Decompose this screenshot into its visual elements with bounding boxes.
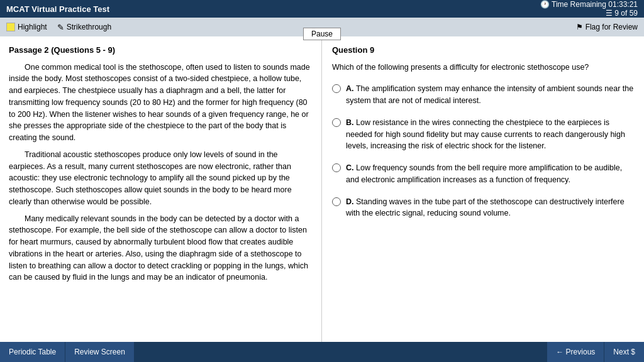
option-a-letter: A. <box>346 84 356 93</box>
question-panel: Question 9 Which of the following presen… <box>322 36 644 342</box>
app-title: MCAT Virtual Practice Test <box>6 4 109 14</box>
footer: Periodic Table Review Screen ← Previous … <box>0 342 644 362</box>
passage-para-2: Traditional acoustic stethoscopes produc… <box>9 149 313 208</box>
option-b-text: B. Low resistance in the wires connectin… <box>346 117 634 152</box>
timer-label: Time Remaining <box>552 0 608 9</box>
strikethrough-tool[interactable]: ✎ Strikethrough <box>57 23 111 32</box>
answer-option-d[interactable]: D. Standing waves in the tube part of th… <box>332 196 634 220</box>
highlight-color-box <box>6 23 15 31</box>
flag-review-tool[interactable]: ⚑ Flag for Review <box>576 23 638 31</box>
option-c-letter: C. <box>346 163 356 172</box>
radio-b[interactable] <box>332 118 341 127</box>
top-bar: MCAT Virtual Practice Test 🕐 Time Remain… <box>0 0 644 18</box>
next-button[interactable]: Next $ <box>604 342 644 362</box>
passage-panel: Passage 2 (Questions 5 - 9) One common m… <box>0 36 322 342</box>
question-stem: Which of the following presents a diffic… <box>332 62 634 74</box>
passage-para-1: One common medical tool is the stethosco… <box>9 62 313 144</box>
progress-text: 9 of 59 <box>614 9 638 18</box>
option-d-text: D. Standing waves in the tube part of th… <box>346 196 634 220</box>
footer-right: ← Previous Next $ <box>547 342 644 362</box>
pause-button[interactable]: Pause <box>303 28 341 40</box>
passage-para-3: Many medically relevant sounds in the bo… <box>9 213 313 284</box>
previous-button[interactable]: ← Previous <box>547 342 604 362</box>
flag-icon: ⚑ <box>576 23 583 31</box>
option-d-letter: D. <box>346 197 356 206</box>
strikethrough-icon: ✎ <box>57 23 64 32</box>
passage-heading: Passage 2 (Questions 5 - 9) <box>9 44 313 57</box>
list-icon: ☰ <box>606 9 613 18</box>
footer-left: Periodic Table Review Screen <box>0 342 135 362</box>
answer-option-c[interactable]: C. Low frequency sounds from the bell re… <box>332 162 634 186</box>
timer-value: 01:33:21 <box>608 0 638 9</box>
answer-option-b[interactable]: B. Low resistance in the wires connectin… <box>332 117 634 152</box>
main-content: Passage 2 (Questions 5 - 9) One common m… <box>0 36 644 342</box>
timer-label-row: 🕐 Time Remaining 01:33:21 <box>540 0 638 9</box>
option-c-text: C. Low frequency sounds from the bell re… <box>346 162 634 186</box>
review-screen-button[interactable]: Review Screen <box>65 342 135 362</box>
highlight-tool[interactable]: Highlight <box>6 23 47 31</box>
clock-icon: 🕐 <box>540 0 550 9</box>
periodic-table-button[interactable]: Periodic Table <box>0 342 65 362</box>
flag-review-label: Flag for Review <box>586 23 638 31</box>
question-number: Question 9 <box>332 44 634 57</box>
radio-a[interactable] <box>332 84 341 93</box>
highlight-label: Highlight <box>18 23 47 31</box>
strikethrough-label: Strikethrough <box>67 23 111 31</box>
timer-area: 🕐 Time Remaining 01:33:21 ☰ 9 of 59 <box>540 0 638 18</box>
radio-c[interactable] <box>332 163 341 172</box>
option-a-text: A. The amplification system may enhance … <box>346 83 634 107</box>
progress-display: ☰ 9 of 59 <box>606 9 638 18</box>
option-b-letter: B. <box>346 118 356 127</box>
radio-d[interactable] <box>332 197 341 206</box>
answer-option-a[interactable]: A. The amplification system may enhance … <box>332 83 634 107</box>
